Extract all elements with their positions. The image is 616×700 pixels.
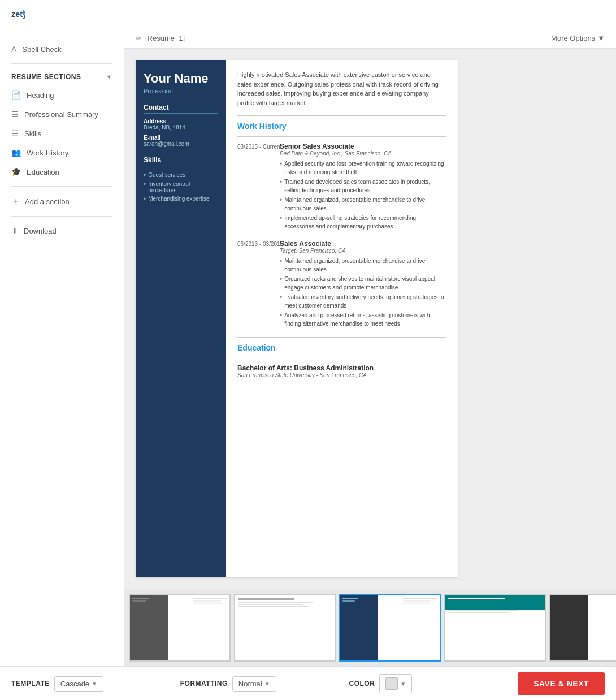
- template-strip-container: [458, 60, 605, 577]
- more-options-arrow: ▼: [597, 34, 605, 42]
- sidebar-heading-label: Heading: [27, 91, 54, 100]
- sidebar: A Spell Check RESUME SECTIONS ▼ 📄 Headin…: [0, 28, 124, 666]
- work-details-1: Senior Sales Associate Bed Bath & Beyond…: [280, 142, 446, 232]
- bullet-2-3: Evaluated inventory and delivery needs, …: [280, 293, 446, 310]
- bullet-2-1: Maintained organized, presentable mercha…: [280, 257, 446, 274]
- template-thumb-3[interactable]: [339, 594, 441, 662]
- resume-name-block: Your Name Profession: [144, 71, 218, 94]
- education-section-title: Education: [237, 343, 446, 352]
- bullet-2-4: Analyzed and processed returns, assistin…: [280, 311, 446, 328]
- logo[interactable]: zety: [11, 7, 25, 21]
- bullet-1-1: Applied security and loss prevention tra…: [280, 159, 446, 176]
- resume-divider-1: [237, 115, 446, 116]
- spell-check-icon: A: [11, 45, 16, 54]
- sidebar-professional-summary-label: Professional Summary: [24, 110, 98, 119]
- resume-editor: Your Name Profession Contact Address Bre…: [124, 49, 616, 589]
- resume-sections-header: RESUME SECTIONS ▼: [0, 68, 124, 85]
- content-area: ✏ [Resume_1] More Options ▼ Your Name Pr…: [124, 28, 616, 666]
- svg-text:zety: zety: [11, 9, 25, 18]
- add-section-icon: ＋: [11, 196, 19, 206]
- edu-school-1: San Francisco State University - San Fra…: [237, 372, 446, 378]
- sidebar-divider-2: [11, 186, 112, 187]
- work-entry-1: 03/2015 - Current Senior Sales Associate…: [237, 142, 446, 232]
- email-label: E-mail: [144, 135, 218, 141]
- spell-check-label: Spell Check: [22, 45, 61, 54]
- work-title-2: Sales Associate: [280, 240, 446, 248]
- resume-name-bar: ✏ [Resume_1]: [136, 34, 185, 42]
- sidebar-item-education[interactable]: 🎓 Education: [0, 162, 124, 182]
- resume-divider-2: [237, 136, 446, 137]
- template-thumb-5[interactable]: [549, 594, 616, 662]
- resume-divider-4: [237, 358, 446, 358]
- resume-contact-section: Contact Address Breda, NB, 4814 E-mail s…: [144, 103, 218, 147]
- content-toolbar: ✏ [Resume_1] More Options ▼: [124, 28, 616, 49]
- heading-icon: 📄: [11, 90, 21, 100]
- work-history-section-title: Work History: [237, 122, 446, 131]
- resume-summary: Highly motivated Sales Associate with ex…: [237, 70, 446, 107]
- work-bullets-1: Applied security and loss prevention tra…: [280, 159, 446, 231]
- skills-section-title: Skills: [144, 156, 218, 166]
- edu-degree-1: Bachelor of Arts: Business Administratio…: [237, 364, 446, 372]
- download-icon: ⬇: [11, 226, 18, 235]
- main-container: A Spell Check RESUME SECTIONS ▼ 📄 Headin…: [0, 28, 616, 666]
- resume-person-name: Your Name: [144, 71, 218, 86]
- resume-filename[interactable]: [Resume_1]: [145, 34, 185, 42]
- skill-item-3: Merchandising expertise: [144, 195, 218, 204]
- work-details-2: Sales Associate Target, San Francisco, C…: [280, 240, 446, 329]
- zety-logo-icon: zety: [11, 7, 25, 21]
- sidebar-add-section[interactable]: ＋ Add a section: [0, 191, 124, 211]
- template-thumb-4[interactable]: [444, 594, 546, 662]
- sidebar-education-label: Education: [27, 168, 59, 176]
- work-history-icon: 👥: [11, 148, 21, 157]
- sidebar-item-skills[interactable]: ☰ Skills: [0, 124, 124, 143]
- bullet-1-3: Maintained organized, presentable mercha…: [280, 196, 446, 213]
- template-thumb-2[interactable]: [234, 594, 336, 662]
- resume-sections-label: RESUME SECTIONS: [11, 73, 81, 81]
- bullet-2-2: Organized racks and shelves to maintain …: [280, 275, 446, 292]
- sidebar-spell-check[interactable]: A Spell Check: [0, 40, 124, 59]
- bullet-1-2: Trained and developed sales team associa…: [280, 178, 446, 195]
- more-options-label: More Options: [551, 34, 595, 42]
- resume-profession: Profession: [144, 88, 218, 94]
- resume-right-panel: Highly motivated Sales Associate with ex…: [226, 60, 458, 577]
- skills-list: Guest services Inventory control procedu…: [144, 171, 218, 204]
- sidebar-download[interactable]: ⬇ Download: [0, 221, 124, 240]
- education-icon: 🎓: [11, 167, 21, 176]
- template-strip: [124, 589, 616, 666]
- sidebar-divider-1: [11, 63, 112, 64]
- contact-section-title: Contact: [144, 103, 218, 114]
- resume-divider-3: [237, 337, 446, 338]
- work-company-1: Bed Bath & Beyond, Inc., San Francisco, …: [280, 150, 446, 157]
- top-header: zety: [0, 0, 616, 28]
- work-date-1: 03/2015 - Current: [237, 142, 274, 232]
- chevron-down-icon[interactable]: ▼: [106, 74, 112, 80]
- add-section-label: Add a section: [25, 197, 70, 206]
- bullet-1-4: Implemented up-selling strategies for re…: [280, 214, 446, 231]
- sidebar-item-heading[interactable]: 📄 Heading: [0, 85, 124, 105]
- template-thumb-1[interactable]: [129, 594, 231, 662]
- sidebar-item-work-history[interactable]: 👥 Work History: [0, 143, 124, 162]
- sidebar-skills-label: Skills: [24, 129, 41, 138]
- resume-left-panel: Your Name Profession Contact Address Bre…: [136, 60, 226, 577]
- skill-item-2: Inventory control procedures: [144, 180, 218, 195]
- edit-icon: ✏: [136, 34, 142, 42]
- sidebar-item-professional-summary[interactable]: ☰ Professional Summary: [0, 105, 124, 124]
- edu-entry-1: Bachelor of Arts: Business Administratio…: [237, 364, 446, 378]
- download-label: Download: [24, 227, 57, 235]
- work-company-2: Target, San Francisco, CA: [280, 248, 446, 254]
- work-bullets-2: Maintained organized, presentable mercha…: [280, 257, 446, 328]
- work-entry-2: 06/2013 - 03/2015 Sales Associate Target…: [237, 240, 446, 329]
- address-label: Address: [144, 118, 218, 124]
- address-value: Breda, NB, 4814: [144, 124, 218, 131]
- email-value: sarah@gmail.com: [144, 141, 218, 147]
- resume-document: Your Name Profession Contact Address Bre…: [136, 60, 458, 577]
- more-options-button[interactable]: More Options ▼: [551, 34, 605, 42]
- professional-summary-icon: ☰: [11, 110, 19, 119]
- sidebar-work-history-label: Work History: [27, 149, 68, 157]
- work-date-2: 06/2013 - 03/2015: [237, 240, 274, 329]
- skills-icon: ☰: [11, 129, 19, 138]
- resume-skills-section: Skills Guest services Inventory control …: [144, 156, 218, 204]
- sidebar-divider-3: [11, 216, 112, 217]
- skill-item-1: Guest services: [144, 171, 218, 180]
- work-title-1: Senior Sales Associate: [280, 142, 446, 150]
